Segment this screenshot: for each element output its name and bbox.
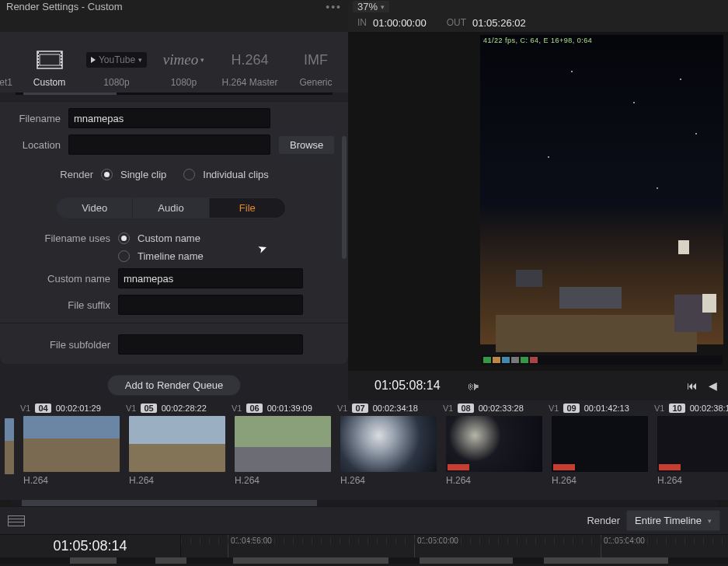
location-input[interactable] [68, 135, 270, 155]
customname-radio[interactable] [118, 232, 130, 244]
timeline-strip[interactable] [0, 557, 728, 564]
queue-thumbnail [446, 416, 542, 472]
svg-rect-5 [37, 61, 39, 63]
vimeo-icon: vimeo▾ [163, 49, 204, 71]
window-title: Render Settings - Custom [6, 1, 123, 12]
queue-codec: H.264 [446, 475, 544, 486]
preset-sub: Generic [299, 77, 332, 88]
in-timecode[interactable]: 01:00:00:00 [373, 17, 427, 29]
window-titlebar: Render Settings - Custom ••• [0, 0, 348, 13]
tab-video[interactable]: Video [57, 198, 133, 218]
tab-file[interactable]: File [210, 198, 285, 218]
out-timecode[interactable]: 01:05:26:02 [472, 17, 526, 29]
queue-thumbnail [552, 416, 648, 472]
queue-thumbnail [657, 416, 728, 472]
youtube-icon: YouTube▾ [86, 49, 147, 71]
queue-item[interactable]: V10900:01:42:13 H.264 [549, 404, 650, 498]
speaker-icon[interactable]: 🕪 [467, 379, 479, 393]
timeline-ruler[interactable]: 01:05:08:14 01:04:56:0001:05:00:0001:05:… [0, 534, 728, 557]
h264-icon: H.264 [231, 49, 268, 71]
svg-rect-2 [37, 52, 39, 54]
svg-rect-7 [61, 52, 62, 54]
queue-index: 04 [35, 404, 51, 413]
queue-item[interactable]: V10500:02:28:22 H.264 [126, 404, 227, 498]
queue-track: V1 [654, 404, 664, 413]
queue-codec: H.264 [129, 475, 227, 486]
queue-item[interactable]: V10700:02:34:18 H.264 [337, 404, 438, 498]
viewer[interactable]: 41/22 fps, C: 64, E 16+98, 0:64 [348, 32, 728, 371]
tab-audio[interactable]: Audio [133, 198, 209, 218]
queue-tc: 00:02:28:22 [162, 404, 207, 413]
preset-sub: set1 [0, 77, 12, 88]
in-label: IN [357, 17, 367, 28]
svg-rect-8 [61, 55, 62, 57]
queue-track: V1 [337, 404, 347, 413]
zoom-select[interactable]: 37% ▾ [353, 1, 389, 12]
queue-item[interactable]: V10400:02:01:29 H.264 [20, 404, 121, 498]
queue-track: V1 [126, 404, 136, 413]
queue-track: V1 [20, 404, 30, 413]
queue-track: V1 [549, 404, 559, 413]
preset-item-h264[interactable]: H.264 H.264 Master [218, 43, 282, 88]
queue-codec: H.264 [552, 475, 650, 486]
preset-item-youtube[interactable]: YouTube▾ 1080p [83, 43, 150, 88]
queue-item[interactable]: V10800:02:33:28 H.264 [443, 404, 544, 498]
browse-button[interactable]: Browse [278, 135, 335, 155]
preset-sub: 1080p [171, 77, 197, 88]
queue-scrollbar[interactable] [11, 500, 717, 506]
queue-item[interactable]: V10600:01:39:09 H.264 [232, 404, 333, 498]
queue-index: 10 [669, 404, 684, 413]
filesubfolder-label: File subfolder [3, 339, 110, 351]
svg-rect-6 [37, 65, 39, 66]
ruler-timecode: 01:05:08:14 [0, 538, 180, 554]
add-to-render-queue-button[interactable]: Add to Render Queue [107, 375, 241, 396]
preset-item-imf[interactable]: IMF Generic [284, 43, 348, 88]
queue-index: 09 [563, 404, 579, 413]
preset-scrollbar[interactable] [16, 93, 333, 95]
queue-codec: H.264 [340, 475, 438, 486]
queue-item[interactable]: V11000:02:38:14 H.264 [654, 404, 728, 498]
render-queue: V10400:02:01:29 H.264V10500:02:28:22 H.2… [0, 400, 728, 500]
queue-tc: 00:02:01:29 [56, 404, 101, 413]
preset-item-custom[interactable]: Custom [17, 43, 82, 88]
single-clip-radio[interactable] [101, 169, 113, 180]
svg-rect-11 [61, 65, 62, 66]
filename-input[interactable] [68, 108, 270, 128]
prev-clip-button[interactable]: ⏮ [687, 379, 698, 392]
queue-tc: 00:02:38:14 [690, 404, 728, 413]
render-label: Render [3, 169, 93, 180]
render-scope-select[interactable]: Entire Timeline ▾ [626, 510, 720, 531]
window-menu-icon[interactable]: ••• [326, 1, 342, 13]
queue-tc: 00:01:39:09 [267, 404, 312, 413]
in-out-row: IN 01:00:00:00 OUT 01:05:26:02 [348, 13, 728, 32]
queue-item-partial[interactable] [2, 404, 16, 498]
filesubfolder-input[interactable] [118, 334, 303, 355]
queue-index: 05 [141, 404, 156, 413]
queue-index: 06 [246, 404, 262, 413]
out-label: OUT [447, 17, 466, 28]
svg-rect-3 [37, 55, 39, 57]
timelinename-opt-label: Timeline name [138, 250, 204, 262]
timeline-view-icon[interactable] [8, 515, 25, 526]
queue-index: 07 [352, 404, 367, 413]
filename-label: Filename [3, 113, 61, 124]
individual-clips-radio[interactable] [183, 169, 195, 180]
location-label: Location [3, 139, 61, 151]
svg-rect-1 [40, 54, 60, 65]
queue-index: 08 [458, 404, 473, 413]
queue-track: V1 [232, 404, 242, 413]
customname-input[interactable] [118, 268, 303, 288]
preset-item-vimeo[interactable]: vimeo▾ 1080p [152, 43, 216, 88]
customname-label: Custom name [3, 273, 110, 285]
settings-scrollbar[interactable] [342, 135, 347, 388]
render-scope-label: Render [587, 515, 620, 526]
preset-sub: Custom [33, 77, 65, 88]
queue-thumbnail [340, 416, 437, 472]
render-scope-value: Entire Timeline [635, 515, 702, 526]
queue-tc: 00:02:33:28 [479, 404, 524, 413]
timelinename-radio[interactable] [118, 250, 130, 262]
step-back-button[interactable]: ◀ [709, 379, 717, 392]
viewer-controls: 01:05:08:14 🕪 ⏮ ◀ [348, 371, 728, 400]
preset-item-prev[interactable]: set1 [0, 43, 16, 88]
filesuffix-input[interactable] [118, 295, 303, 315]
